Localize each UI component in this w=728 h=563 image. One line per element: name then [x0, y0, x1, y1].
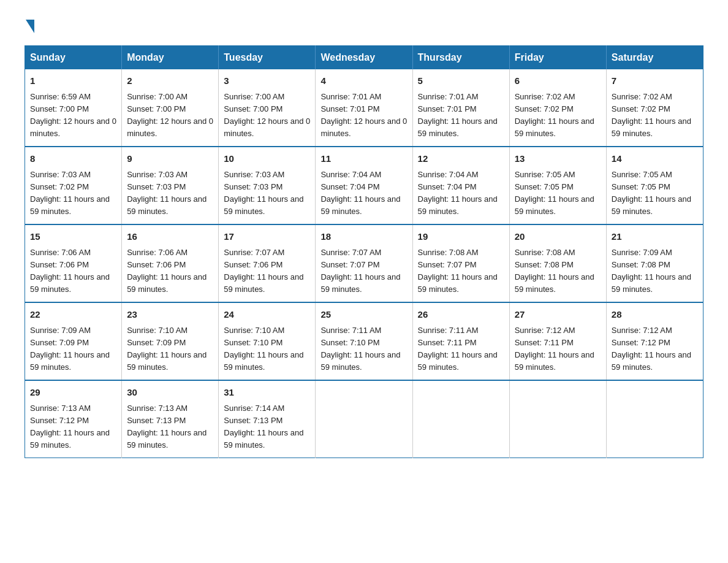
day-number: 25 — [320, 308, 407, 322]
calendar-day-cell: 14 Sunrise: 7:05 AM Sunset: 7:05 PM Dayl… — [606, 147, 703, 224]
calendar-day-cell: 19 Sunrise: 7:08 AM Sunset: 7:07 PM Dayl… — [412, 224, 509, 302]
weekday-header-friday: Friday — [509, 46, 606, 70]
calendar-day-cell: 4 Sunrise: 7:01 AM Sunset: 7:01 PM Dayli… — [316, 69, 412, 147]
calendar-day-cell: 31 Sunrise: 7:14 AM Sunset: 7:13 PM Dayl… — [219, 380, 316, 458]
day-number: 4 — [320, 74, 407, 88]
calendar-day-cell: 9 Sunrise: 7:03 AM Sunset: 7:03 PM Dayli… — [122, 147, 219, 224]
calendar-day-cell — [509, 380, 606, 458]
day-info: Sunrise: 6:59 AM Sunset: 7:00 PM Dayligh… — [30, 91, 116, 140]
weekday-header-row: SundayMondayTuesdayWednesdayThursdayFrid… — [25, 46, 703, 70]
day-info: Sunrise: 7:00 AM Sunset: 7:00 PM Dayligh… — [127, 91, 213, 140]
day-number: 26 — [418, 308, 504, 322]
day-info: Sunrise: 7:13 AM Sunset: 7:12 PM Dayligh… — [30, 402, 116, 452]
day-info: Sunrise: 7:07 AM Sunset: 7:06 PM Dayligh… — [224, 247, 310, 296]
calendar-day-cell — [316, 380, 412, 458]
calendar-header: SundayMondayTuesdayWednesdayThursdayFrid… — [25, 46, 703, 70]
calendar-week-row: 29 Sunrise: 7:13 AM Sunset: 7:12 PM Dayl… — [25, 380, 703, 458]
day-number: 16 — [127, 230, 213, 244]
weekday-header-thursday: Thursday — [412, 46, 509, 70]
calendar-week-row: 8 Sunrise: 7:03 AM Sunset: 7:02 PM Dayli… — [25, 147, 703, 224]
day-number: 19 — [418, 230, 504, 244]
calendar-day-cell: 23 Sunrise: 7:10 AM Sunset: 7:09 PM Dayl… — [122, 302, 219, 380]
calendar-day-cell: 5 Sunrise: 7:01 AM Sunset: 7:01 PM Dayli… — [412, 69, 509, 147]
day-number: 13 — [515, 152, 601, 166]
calendar-day-cell: 13 Sunrise: 7:05 AM Sunset: 7:05 PM Dayl… — [509, 147, 606, 224]
day-info: Sunrise: 7:10 AM Sunset: 7:09 PM Dayligh… — [127, 324, 213, 374]
calendar-day-cell: 12 Sunrise: 7:04 AM Sunset: 7:04 PM Dayl… — [412, 147, 509, 224]
day-info: Sunrise: 7:02 AM Sunset: 7:02 PM Dayligh… — [515, 91, 601, 140]
day-info: Sunrise: 7:04 AM Sunset: 7:04 PM Dayligh… — [320, 169, 407, 218]
calendar-week-row: 1 Sunrise: 6:59 AM Sunset: 7:00 PM Dayli… — [25, 69, 703, 147]
calendar-day-cell: 28 Sunrise: 7:12 AM Sunset: 7:12 PM Dayl… — [606, 302, 703, 380]
day-number: 6 — [515, 74, 601, 88]
calendar-day-cell: 18 Sunrise: 7:07 AM Sunset: 7:07 PM Dayl… — [316, 224, 412, 302]
day-info: Sunrise: 7:08 AM Sunset: 7:07 PM Dayligh… — [418, 247, 504, 296]
day-number: 14 — [612, 152, 698, 166]
calendar-day-cell: 1 Sunrise: 6:59 AM Sunset: 7:00 PM Dayli… — [25, 69, 122, 147]
calendar-day-cell: 15 Sunrise: 7:06 AM Sunset: 7:06 PM Dayl… — [25, 224, 122, 302]
day-number: 3 — [224, 74, 310, 88]
calendar-day-cell: 10 Sunrise: 7:03 AM Sunset: 7:03 PM Dayl… — [219, 147, 316, 224]
calendar-day-cell: 17 Sunrise: 7:07 AM Sunset: 7:06 PM Dayl… — [219, 224, 316, 302]
day-info: Sunrise: 7:14 AM Sunset: 7:13 PM Dayligh… — [224, 402, 310, 452]
day-number: 2 — [127, 74, 213, 88]
day-info: Sunrise: 7:01 AM Sunset: 7:01 PM Dayligh… — [320, 91, 407, 140]
calendar-day-cell: 29 Sunrise: 7:13 AM Sunset: 7:12 PM Dayl… — [25, 380, 122, 458]
day-info: Sunrise: 7:09 AM Sunset: 7:08 PM Dayligh… — [612, 247, 698, 296]
day-number: 8 — [30, 152, 116, 166]
day-info: Sunrise: 7:03 AM Sunset: 7:03 PM Dayligh… — [224, 169, 310, 218]
day-number: 1 — [30, 74, 116, 88]
calendar-day-cell: 20 Sunrise: 7:08 AM Sunset: 7:08 PM Dayl… — [509, 224, 606, 302]
calendar-day-cell: 24 Sunrise: 7:10 AM Sunset: 7:10 PM Dayl… — [219, 302, 316, 380]
calendar-day-cell: 11 Sunrise: 7:04 AM Sunset: 7:04 PM Dayl… — [316, 147, 412, 224]
day-number: 9 — [127, 152, 213, 166]
logo — [25, 18, 34, 33]
calendar-day-cell: 27 Sunrise: 7:12 AM Sunset: 7:11 PM Dayl… — [509, 302, 606, 380]
day-number: 27 — [515, 308, 601, 322]
calendar-week-row: 15 Sunrise: 7:06 AM Sunset: 7:06 PM Dayl… — [25, 224, 703, 302]
calendar-body: 1 Sunrise: 6:59 AM Sunset: 7:00 PM Dayli… — [25, 69, 703, 458]
day-info: Sunrise: 7:10 AM Sunset: 7:10 PM Dayligh… — [224, 324, 310, 374]
weekday-header-wednesday: Wednesday — [316, 46, 412, 70]
day-info: Sunrise: 7:09 AM Sunset: 7:09 PM Dayligh… — [30, 324, 116, 374]
day-info: Sunrise: 7:02 AM Sunset: 7:02 PM Dayligh… — [612, 91, 698, 140]
day-number: 15 — [30, 230, 116, 244]
day-info: Sunrise: 7:12 AM Sunset: 7:12 PM Dayligh… — [612, 324, 698, 374]
weekday-header-tuesday: Tuesday — [219, 46, 316, 70]
day-number: 29 — [30, 386, 116, 400]
day-info: Sunrise: 7:13 AM Sunset: 7:13 PM Dayligh… — [127, 402, 213, 452]
calendar-day-cell: 30 Sunrise: 7:13 AM Sunset: 7:13 PM Dayl… — [122, 380, 219, 458]
calendar-day-cell: 22 Sunrise: 7:09 AM Sunset: 7:09 PM Dayl… — [25, 302, 122, 380]
day-info: Sunrise: 7:04 AM Sunset: 7:04 PM Dayligh… — [418, 169, 504, 218]
day-number: 30 — [127, 386, 213, 400]
weekday-header-sunday: Sunday — [25, 46, 122, 70]
calendar-day-cell: 25 Sunrise: 7:11 AM Sunset: 7:10 PM Dayl… — [316, 302, 412, 380]
day-info: Sunrise: 7:06 AM Sunset: 7:06 PM Dayligh… — [127, 247, 213, 296]
day-number: 28 — [612, 308, 698, 322]
day-number: 17 — [224, 230, 310, 244]
day-number: 7 — [612, 74, 698, 88]
calendar-day-cell: 2 Sunrise: 7:00 AM Sunset: 7:00 PM Dayli… — [122, 69, 219, 147]
weekday-header-monday: Monday — [122, 46, 219, 70]
calendar-day-cell: 16 Sunrise: 7:06 AM Sunset: 7:06 PM Dayl… — [122, 224, 219, 302]
calendar-day-cell: 8 Sunrise: 7:03 AM Sunset: 7:02 PM Dayli… — [25, 147, 122, 224]
page-header — [25, 18, 703, 33]
logo-arrow-icon — [26, 20, 34, 33]
calendar-day-cell: 3 Sunrise: 7:00 AM Sunset: 7:00 PM Dayli… — [219, 69, 316, 147]
day-info: Sunrise: 7:12 AM Sunset: 7:11 PM Dayligh… — [515, 324, 601, 374]
day-info: Sunrise: 7:08 AM Sunset: 7:08 PM Dayligh… — [515, 247, 601, 296]
day-number: 24 — [224, 308, 310, 322]
day-number: 31 — [224, 386, 310, 400]
calendar-day-cell: 6 Sunrise: 7:02 AM Sunset: 7:02 PM Dayli… — [509, 69, 606, 147]
day-info: Sunrise: 7:05 AM Sunset: 7:05 PM Dayligh… — [612, 169, 698, 218]
calendar-day-cell: 26 Sunrise: 7:11 AM Sunset: 7:11 PM Dayl… — [412, 302, 509, 380]
day-number: 20 — [515, 230, 601, 244]
day-number: 10 — [224, 152, 310, 166]
calendar-day-cell: 7 Sunrise: 7:02 AM Sunset: 7:02 PM Dayli… — [606, 69, 703, 147]
day-info: Sunrise: 7:07 AM Sunset: 7:07 PM Dayligh… — [320, 247, 407, 296]
weekday-header-saturday: Saturday — [606, 46, 703, 70]
day-info: Sunrise: 7:01 AM Sunset: 7:01 PM Dayligh… — [418, 91, 504, 140]
calendar-day-cell — [606, 380, 703, 458]
day-number: 23 — [127, 308, 213, 322]
day-number: 21 — [612, 230, 698, 244]
